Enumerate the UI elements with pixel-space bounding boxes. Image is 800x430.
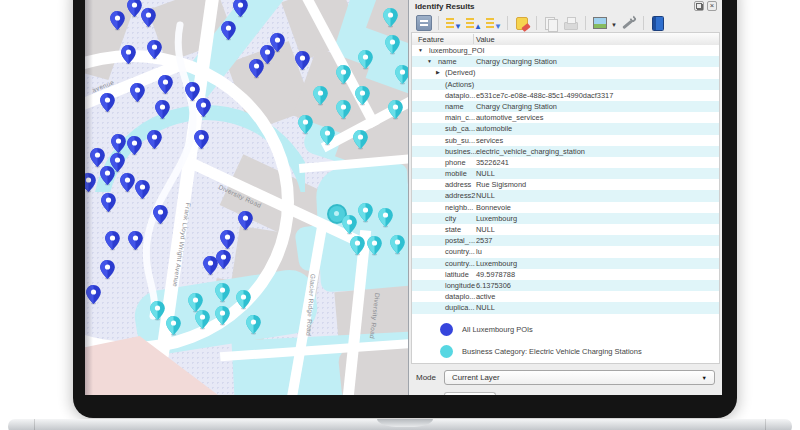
map-pin-blue[interactable] bbox=[105, 231, 120, 251]
map-pin-blue[interactable] bbox=[101, 193, 116, 213]
view-select-partial[interactable] bbox=[444, 392, 496, 395]
map-pin-blue[interactable] bbox=[194, 130, 209, 150]
map-pin-blue[interactable] bbox=[121, 45, 136, 65]
map-pin-cyan[interactable] bbox=[390, 235, 405, 255]
map-pin-blue[interactable] bbox=[127, 0, 142, 18]
map-pin-blue[interactable] bbox=[221, 21, 236, 41]
map-pin-cyan[interactable] bbox=[313, 86, 328, 106]
table-row[interactable]: ▼luxembourg_POI bbox=[412, 45, 719, 56]
map-pin-cyan[interactable] bbox=[195, 310, 210, 330]
float-panel-icon[interactable] bbox=[694, 1, 704, 11]
table-row[interactable]: phone35226241 bbox=[412, 157, 719, 168]
map-pin-blue[interactable] bbox=[196, 98, 211, 118]
map-pin-blue[interactable] bbox=[100, 93, 115, 113]
map-pin-blue[interactable] bbox=[155, 100, 170, 120]
map-pin-cyan[interactable] bbox=[336, 65, 351, 85]
map-pin-blue[interactable] bbox=[100, 260, 115, 280]
map-pin-cyan[interactable] bbox=[385, 35, 400, 55]
map-pin-blue[interactable] bbox=[110, 11, 125, 31]
table-row[interactable]: country...lu bbox=[412, 246, 719, 257]
map-canvas[interactable]: avenueDiversity RoadFrank Lloyd Wright A… bbox=[85, 0, 408, 395]
table-row[interactable]: busines...electric_vehicle_charging_stat… bbox=[412, 146, 719, 157]
map-pin-blue[interactable] bbox=[147, 40, 162, 60]
map-pin-cyan[interactable] bbox=[215, 283, 230, 303]
chevron-down-icon: ▼ bbox=[702, 375, 707, 381]
open-form-icon[interactable] bbox=[416, 15, 432, 31]
dropdown-arrow-icon[interactable]: ▼ bbox=[611, 22, 617, 28]
map-pin-cyan[interactable] bbox=[350, 236, 365, 256]
map-pin-cyan[interactable] bbox=[383, 8, 398, 28]
table-row[interactable]: neighb...Bonnevoie bbox=[412, 202, 719, 213]
map-pin-blue[interactable] bbox=[203, 256, 218, 276]
map-pin-cyan[interactable] bbox=[246, 315, 261, 335]
map-pin-blue[interactable] bbox=[233, 0, 248, 18]
table-row[interactable]: latitude49.5978788 bbox=[412, 269, 719, 280]
mode-select[interactable]: Current Layer ▼ bbox=[444, 370, 715, 385]
map-pin-cyan[interactable] bbox=[367, 236, 382, 256]
table-row[interactable]: sub_su...services bbox=[412, 135, 719, 146]
tree-toggle-icon[interactable]: ▶ bbox=[436, 67, 440, 78]
table-row[interactable]: dataplo...active bbox=[412, 291, 719, 302]
table-row[interactable]: dataplo...e531ce7c-e08e-488c-85c1-4990da… bbox=[412, 90, 719, 101]
map-pin-cyan[interactable] bbox=[378, 208, 393, 228]
laptop-base-notch bbox=[377, 419, 433, 427]
table-row[interactable]: cityLuxembourg bbox=[412, 213, 719, 224]
map-pin-blue[interactable] bbox=[153, 205, 168, 225]
table-row[interactable]: (Actions) bbox=[412, 79, 719, 90]
tree-toggle-icon[interactable]: ▼ bbox=[418, 45, 423, 56]
table-row[interactable]: stateNULL bbox=[412, 224, 719, 235]
map-pin-blue[interactable] bbox=[141, 8, 156, 28]
map-pin-cyan[interactable] bbox=[395, 65, 409, 85]
identify-by-area-icon[interactable] bbox=[592, 15, 608, 31]
map-pin-cyan[interactable] bbox=[298, 115, 313, 135]
map-pin-blue[interactable] bbox=[158, 75, 173, 95]
table-row[interactable]: ▼nameChargy Charging Station bbox=[412, 56, 719, 67]
map-pin-cyan[interactable] bbox=[358, 203, 373, 223]
column-header-value[interactable]: Value bbox=[476, 35, 495, 44]
expand-new-results-icon[interactable] bbox=[485, 15, 501, 31]
map-pin-blue[interactable] bbox=[120, 173, 135, 193]
map-pin-cyan[interactable] bbox=[166, 316, 181, 336]
map-pin-blue[interactable] bbox=[130, 83, 145, 103]
map-pin-cyan[interactable] bbox=[236, 290, 251, 310]
table-row[interactable]: duplica...NULL bbox=[412, 302, 719, 313]
map-pin-cyan[interactable] bbox=[388, 100, 403, 120]
map-pin-blue[interactable] bbox=[220, 230, 235, 250]
table-row[interactable]: mobileNULL bbox=[412, 168, 719, 179]
close-panel-icon[interactable]: × bbox=[707, 1, 717, 11]
table-row[interactable]: address2NULL bbox=[412, 190, 719, 201]
map-pin-blue[interactable] bbox=[260, 45, 275, 65]
table-row[interactable]: nameChargy Charging Station bbox=[412, 101, 719, 112]
map-pin-cyan[interactable] bbox=[336, 100, 351, 120]
table-row[interactable]: main_c...automotive_services bbox=[412, 112, 719, 123]
map-pin-blue[interactable] bbox=[127, 136, 142, 156]
map-pin-blue[interactable] bbox=[111, 134, 126, 154]
map-pin-blue[interactable] bbox=[238, 211, 253, 231]
table-row[interactable]: ▶(Derived) bbox=[412, 67, 719, 78]
expand-tree-icon[interactable] bbox=[445, 15, 461, 31]
map-pin-cyan[interactable] bbox=[353, 130, 368, 150]
collapse-tree-icon[interactable] bbox=[465, 15, 481, 31]
map-pin-cyan[interactable] bbox=[358, 50, 373, 70]
map-pin-blue[interactable] bbox=[100, 166, 115, 186]
map-pin-blue[interactable] bbox=[295, 51, 310, 71]
column-header-feature[interactable]: Feature bbox=[418, 35, 444, 44]
identify-settings-icon[interactable] bbox=[621, 15, 637, 31]
map-pin-blue[interactable] bbox=[128, 231, 143, 251]
map-pin-blue[interactable] bbox=[216, 250, 231, 270]
table-row[interactable]: sub_ca...automobile bbox=[412, 123, 719, 134]
map-pin-cyan[interactable] bbox=[215, 306, 230, 326]
map-pin-cyan[interactable] bbox=[355, 86, 370, 106]
table-row[interactable]: postal_...2537 bbox=[412, 235, 719, 246]
table-row[interactable]: addressRue Sigismond bbox=[412, 179, 719, 190]
map-pin-blue[interactable] bbox=[147, 130, 162, 150]
help-icon[interactable] bbox=[650, 15, 666, 31]
table-row[interactable]: longitude6.1375306 bbox=[412, 280, 719, 291]
table-row[interactable]: country...Luxembourg bbox=[412, 258, 719, 269]
map-pin-cyan[interactable] bbox=[150, 301, 165, 321]
tree-toggle-icon[interactable]: ▼ bbox=[427, 56, 432, 67]
map-pin-cyan[interactable] bbox=[320, 126, 335, 146]
map-pin-blue[interactable] bbox=[135, 180, 150, 200]
clear-results-icon[interactable] bbox=[514, 15, 530, 31]
map-pin-cyan[interactable] bbox=[342, 215, 357, 235]
